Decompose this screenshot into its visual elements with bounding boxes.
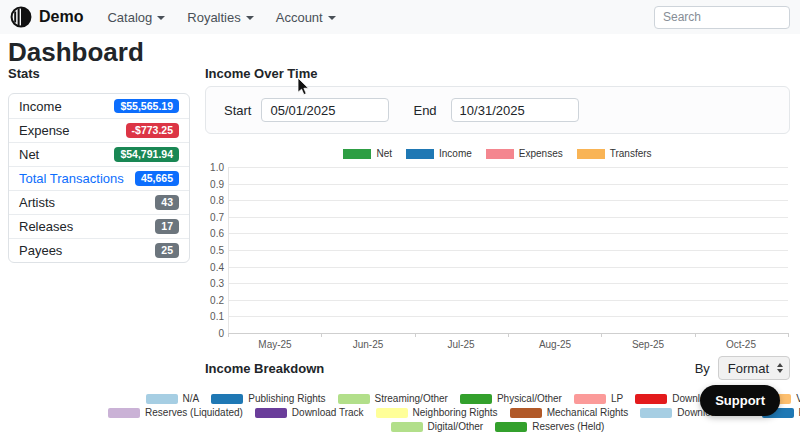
breakdown-by-group: By Format <box>695 356 790 380</box>
x-axis-tick-label: Aug-25 <box>525 339 585 350</box>
breakdown-legend-item[interactable]: Digital/Other <box>391 421 484 432</box>
legend-swatch <box>338 394 370 404</box>
legend-label: Neighboring Rights <box>413 407 498 418</box>
legend-label: Expenses <box>519 148 563 159</box>
nav-item-catalog[interactable]: Catalog <box>107 10 165 25</box>
record-logo-icon <box>10 6 32 28</box>
legend-label: Streaming/Other <box>375 393 448 404</box>
gridline <box>228 316 788 317</box>
x-axis-tick <box>321 333 322 337</box>
stat-row-4: Artists43 <box>9 190 189 214</box>
chevron-down-icon <box>157 16 165 20</box>
legend-swatch <box>510 408 542 418</box>
stat-row-label: Income <box>19 99 62 114</box>
stat-row-label: Payees <box>19 243 62 258</box>
x-axis-tick-label: Jun-25 <box>338 339 398 350</box>
legend-swatch <box>108 408 140 418</box>
legend-label: Reserves (Held) <box>532 421 604 432</box>
chart-legend-item-income[interactable]: Income <box>406 148 472 159</box>
breakdown-legend-item[interactable]: Reserves (Liquidated) <box>108 407 243 418</box>
search-input[interactable] <box>654 6 790 29</box>
breakdown-format-select[interactable]: Format <box>718 356 790 380</box>
legend-swatch <box>391 422 423 432</box>
stat-row-5: Releases17 <box>9 214 189 238</box>
breakdown-legend-item[interactable]: Reserves (Held) <box>495 421 604 432</box>
stats-title: Stats <box>8 66 190 81</box>
nav-item-account[interactable]: Account <box>276 10 336 25</box>
legend-label: LP <box>611 393 623 404</box>
stat-row-badge: -$773.25 <box>126 123 179 138</box>
stat-row-label[interactable]: Total Transactions <box>19 171 124 186</box>
chart-legend-item-net[interactable]: Net <box>343 148 392 159</box>
format-select-value: Format <box>728 361 769 376</box>
x-axis-tick <box>415 333 416 337</box>
y-axis-tick-label: 0.8 <box>194 195 224 206</box>
y-axis-tick-label: 0.3 <box>194 278 224 289</box>
nav-item-royalties-label: Royalties <box>187 10 240 25</box>
stat-row-6: Payees25 <box>9 238 189 262</box>
legend-swatch <box>460 394 492 404</box>
legend-label: Video/Other <box>796 393 800 404</box>
nav-item-royalties[interactable]: Royalties <box>187 10 253 25</box>
breakdown-legend-row-2: Digital/OtherReserves (Held) <box>205 420 790 433</box>
breakdown-legend-item[interactable]: Download Track <box>255 407 364 418</box>
breakdown-legend-item[interactable]: Neighboring Rights <box>376 407 498 418</box>
income-breakdown-title: Income Breakdown <box>205 361 324 376</box>
support-button[interactable]: Support <box>700 385 780 416</box>
stat-row-1: Expense-$773.25 <box>9 118 189 142</box>
stats-section: Stats Income$55,565.19Expense-$773.25Net… <box>8 66 190 263</box>
x-axis-tick-label: Jul-25 <box>431 339 491 350</box>
legend-swatch <box>574 394 606 404</box>
legend-label: Transfers <box>610 148 652 159</box>
navbar: Demo Catalog Royalties Account <box>0 0 800 34</box>
gridline <box>228 167 788 168</box>
legend-label: N/A <box>183 393 200 404</box>
date-filter-card: Start End <box>205 86 790 134</box>
x-axis-tick-label: Oct-25 <box>711 339 771 350</box>
start-date-input[interactable] <box>261 98 389 122</box>
y-axis-tick-label: 0.6 <box>194 228 224 239</box>
x-axis-tick-label: Sep-25 <box>618 339 678 350</box>
chart-legend-item-transfers[interactable]: Transfers <box>577 148 652 159</box>
x-axis-tick <box>695 333 696 337</box>
legend-label: Mechanical Rights <box>547 407 629 418</box>
x-axis-tick <box>788 333 789 337</box>
stat-row-badge: 25 <box>155 243 179 258</box>
stat-row-label: Expense <box>19 123 70 138</box>
y-axis-tick-label: 0.7 <box>194 212 224 223</box>
stat-row-badge: 17 <box>155 219 179 234</box>
stat-row-label: Releases <box>19 219 73 234</box>
breakdown-legend-item[interactable]: Streaming/Other <box>338 393 448 404</box>
legend-swatch <box>495 422 527 432</box>
stat-row-3[interactable]: Total Transactions45,665 <box>9 166 189 190</box>
end-date-label: End <box>413 103 436 118</box>
page-title: Dashboard <box>8 37 144 68</box>
chevron-down-icon <box>246 16 254 20</box>
stat-row-badge: $55,565.19 <box>114 99 179 114</box>
legend-label: Digital/Other <box>428 421 484 432</box>
stat-row-label: Artists <box>19 195 55 210</box>
end-date-input[interactable] <box>451 98 579 122</box>
legend-swatch <box>211 394 243 404</box>
breakdown-legend-item[interactable]: Physical/Other <box>460 393 562 404</box>
breakdown-legend-item[interactable]: N/A <box>146 393 200 404</box>
breakdown-legend-item[interactable]: LP <box>574 393 623 404</box>
stat-row-label: Net <box>19 147 39 162</box>
gridline <box>228 217 788 218</box>
nav-item-catalog-label: Catalog <box>107 10 152 25</box>
legend-swatch <box>635 394 667 404</box>
chart-legend-item-expenses[interactable]: Expenses <box>486 148 563 159</box>
nav-item-account-label: Account <box>276 10 323 25</box>
legend-swatch <box>146 394 178 404</box>
brand[interactable]: Demo <box>10 6 83 28</box>
legend-swatch <box>486 149 514 159</box>
breakdown-legend-item[interactable]: Mechanical Rights <box>510 407 629 418</box>
legend-label: Download Track <box>292 407 364 418</box>
y-axis-tick-label: 0.1 <box>194 311 224 322</box>
legend-swatch <box>406 149 434 159</box>
gridline <box>228 200 788 201</box>
x-axis-tick <box>508 333 509 337</box>
breakdown-legend-item[interactable]: Publishing Rights <box>211 393 325 404</box>
stat-row-0: Income$55,565.19 <box>9 94 189 118</box>
gridline <box>228 233 788 234</box>
